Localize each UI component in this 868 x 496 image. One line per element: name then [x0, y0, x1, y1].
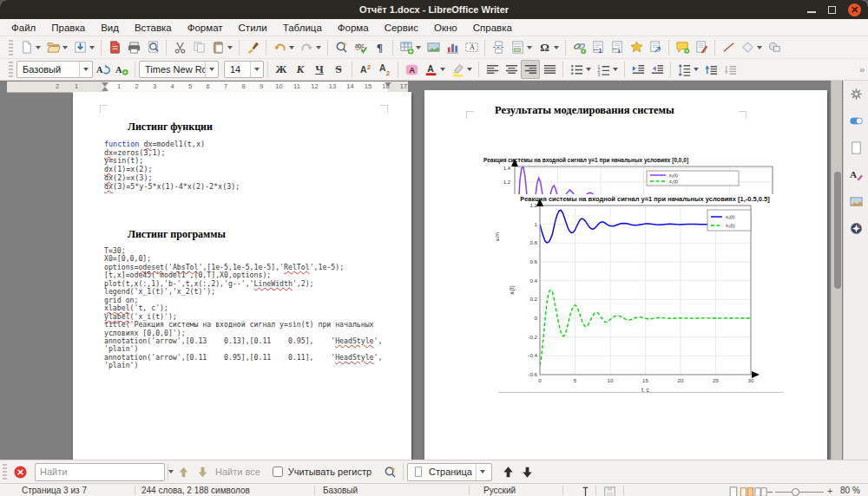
close-find-bar-icon[interactable] — [10, 462, 30, 481]
redo-dropdown[interactable] — [316, 46, 321, 49]
ordered-list-dropdown[interactable] — [613, 68, 618, 71]
hyperlink-icon[interactable] — [569, 38, 589, 57]
cut-icon[interactable] — [170, 38, 189, 57]
zoom-in-button[interactable]: + — [827, 486, 832, 496]
search-field[interactable] — [35, 463, 165, 481]
close-icon[interactable]: ✕ — [848, 3, 861, 16]
insert-comment-icon[interactable] — [673, 38, 692, 57]
paste-icon[interactable] — [208, 38, 227, 57]
basic-shapes-icon[interactable] — [738, 38, 757, 57]
page-3[interactable]: Листинг функции function dx=model1(t,x)d… — [73, 92, 411, 460]
footnote-icon[interactable]: 1 — [589, 38, 608, 57]
language-status[interactable]: Русский — [483, 486, 516, 495]
strikethrough-button[interactable]: S — [329, 60, 348, 79]
menu-item-Форма[interactable]: Форма — [330, 21, 377, 35]
font-color-dropdown[interactable] — [440, 68, 445, 71]
insert-field-dropdown[interactable] — [527, 46, 532, 49]
sidebar-gallery-icon[interactable] — [845, 191, 866, 212]
highlight-color-icon[interactable] — [448, 60, 467, 79]
menu-item-Сервис[interactable]: Сервис — [377, 21, 426, 35]
page-break-icon[interactable] — [489, 38, 508, 57]
find-replace-icon[interactable] — [332, 38, 351, 57]
formatting-marks-icon[interactable]: ¶ — [370, 38, 389, 57]
insert-chart-icon[interactable] — [443, 38, 462, 57]
sidebar-page-icon[interactable] — [845, 137, 866, 158]
findbar-grip[interactable] — [3, 464, 7, 480]
unordered-list-dropdown[interactable] — [586, 68, 591, 71]
open-icon[interactable] — [43, 38, 62, 57]
zoom-slider-track[interactable] — [775, 492, 824, 493]
new-document-icon[interactable] — [16, 38, 36, 57]
match-case-checkbox[interactable] — [273, 467, 283, 477]
undo-icon[interactable] — [270, 38, 289, 57]
ordered-list-icon[interactable]: 123 — [594, 60, 613, 79]
page-4[interactable]: Результаты моделирования системы -0.6-0.… — [424, 90, 827, 460]
cross-reference-icon[interactable] — [646, 38, 665, 57]
zoom-out-button[interactable]: – — [767, 486, 773, 496]
open-dropdown[interactable] — [62, 46, 68, 49]
insert-textbox-icon[interactable]: A — [462, 38, 481, 57]
zoom-level[interactable]: 80 % — [840, 486, 860, 495]
search-type-combo[interactable]: Страница — [407, 463, 492, 481]
find-previous-icon[interactable] — [174, 462, 193, 481]
toolbar-grip2[interactable] — [9, 62, 13, 77]
underline-button[interactable]: Ч — [310, 60, 329, 79]
clone-formatting-icon[interactable] — [243, 38, 262, 57]
navigate-previous-icon[interactable] — [499, 462, 518, 481]
insert-image-icon[interactable] — [424, 38, 443, 57]
indent-marker-left2[interactable] — [102, 87, 108, 91]
menu-item-Справка[interactable]: Справка — [465, 21, 520, 35]
unordered-list-icon[interactable] — [567, 60, 586, 79]
search-history-dropdown[interactable] — [168, 464, 174, 480]
align-right-icon[interactable] — [521, 60, 540, 79]
word-count-status[interactable]: 244 слова, 2 188 символов — [141, 486, 250, 495]
bold-button[interactable]: Ж — [272, 60, 291, 79]
search-type-dropdown[interactable] — [476, 464, 490, 480]
chart-image-initial-conditions-1-05-05[interactable]: -0.6-0.4-0.200.20.40.60.811.205101520253… — [499, 194, 786, 401]
align-left-icon[interactable] — [483, 60, 502, 79]
menu-item-Формат[interactable]: Формат — [180, 21, 231, 35]
superscript-icon[interactable]: A2 — [356, 60, 375, 79]
book-view-icon[interactable] — [753, 485, 768, 496]
paste-dropdown[interactable] — [227, 46, 233, 49]
sidebar-navigator-icon[interactable] — [845, 218, 866, 238]
save-dropdown[interactable] — [89, 46, 95, 49]
search-input[interactable] — [36, 464, 168, 480]
menu-item-Файл[interactable]: Файл — [3, 21, 43, 35]
align-center-icon[interactable] — [502, 60, 521, 79]
multi-page-view-icon[interactable] — [740, 485, 754, 496]
font-name-combo[interactable]: Times New Ro — [139, 61, 219, 78]
new-document-dropdown[interactable] — [36, 46, 41, 49]
increase-paragraph-spacing-icon[interactable] — [701, 60, 720, 79]
title-bar[interactable]: Отчёт 1.docx - LibreOffice Writer ✕ — [0, 0, 868, 19]
menu-item-Вставка[interactable]: Вставка — [127, 21, 180, 35]
page-style-status[interactable]: Базовый — [323, 486, 358, 495]
highlight-color-dropdown[interactable] — [467, 68, 472, 71]
menu-item-Таблица[interactable]: Таблица — [275, 21, 330, 35]
italic-button[interactable]: К — [291, 60, 310, 79]
paragraph-style-dropdown[interactable] — [79, 62, 92, 77]
track-changes-icon[interactable] — [692, 38, 711, 57]
page-count-status[interactable]: Страница 3 из 7 — [22, 486, 87, 495]
insert-line-icon[interactable] — [719, 38, 738, 57]
update-style-icon[interactable]: A — [93, 60, 112, 79]
decrease-paragraph-spacing-icon[interactable] — [720, 60, 740, 79]
basic-shapes-dropdown[interactable] — [757, 46, 762, 49]
insert-table-dropdown[interactable] — [416, 46, 421, 49]
print-icon[interactable] — [124, 38, 143, 57]
navigate-next-icon[interactable] — [518, 462, 537, 481]
insert-table-icon[interactable] — [397, 38, 416, 57]
font-size-combo[interactable]: 14 — [224, 61, 264, 78]
print-preview-icon[interactable] — [143, 38, 162, 57]
special-character-dropdown[interactable] — [554, 46, 559, 49]
scrollbar-thumb[interactable] — [834, 172, 841, 289]
decrease-indent-icon[interactable] — [648, 60, 667, 79]
find-all-button[interactable]: Найти все — [215, 467, 260, 477]
line-spacing-dropdown[interactable] — [694, 68, 699, 71]
maximize-icon[interactable] — [828, 6, 836, 14]
find-next-icon[interactable] — [193, 462, 212, 481]
minimize-icon[interactable] — [807, 11, 816, 13]
redo-icon[interactable] — [297, 38, 316, 57]
single-page-view-icon[interactable] — [726, 485, 740, 496]
spelling-icon[interactable]: abc — [351, 38, 370, 57]
